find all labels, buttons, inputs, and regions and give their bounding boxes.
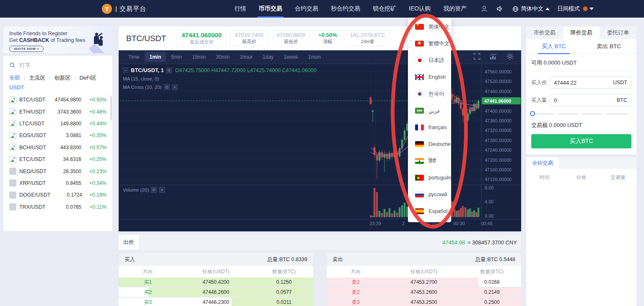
nav-item-行情[interactable]: 行情 — [228, 0, 252, 18]
orderbook-row[interactable]: 买147450.42000.1250 — [119, 277, 313, 287]
invite-banner[interactable]: Invite Friends to Register Get CASHBACK … — [3, 26, 112, 53]
flag-gb-icon — [415, 74, 424, 80]
language-option-pt[interactable]: português — [408, 169, 451, 186]
order-price: 47450.4200 — [177, 279, 255, 285]
trade-tab-限价交易[interactable]: 限价交易 — [563, 26, 600, 39]
language-option-in[interactable]: हिंदी — [408, 153, 451, 169]
buy-submit-button[interactable]: 买入BTC — [531, 134, 631, 148]
amount-slider[interactable] — [532, 113, 631, 115]
quote-tab[interactable]: 出价 — [119, 235, 139, 250]
market-tab-创新区[interactable]: 创新区 — [54, 74, 70, 82]
language-label: 简体中文 — [521, 5, 543, 13]
coin-change: +0.44% — [81, 121, 106, 127]
order-amount: 0.0577 — [255, 289, 313, 295]
top-navbar: Ŧ | 交易平台 行情币币交易合约交易秒合约交易锁仓挖矿IEO认购我的资产 简体… — [0, 0, 644, 18]
broken-image-icon — [9, 96, 16, 104]
trade-tab-委托订单[interactable]: 委托订单 — [600, 26, 636, 39]
buy-price-input[interactable] — [554, 80, 610, 86]
kline-chart-panel: Time1min5min15min30min1hour1day1week1mon… — [119, 50, 521, 231]
market-tab-DeFi区[interactable]: DeFi区 — [79, 74, 96, 82]
orderbook-row[interactable]: 买347446.23000.0211 — [119, 298, 313, 306]
buy-amount-row: 买入量 BTC — [531, 94, 631, 106]
orderbook-row[interactable]: 买247446.26000.0577 — [119, 288, 313, 297]
announcement-speaker-icon[interactable] — [496, 5, 504, 12]
language-option-kr[interactable]: 한국어 — [408, 86, 451, 102]
nav-item-我的资产[interactable]: 我的资产 — [437, 0, 473, 18]
language-option-jp[interactable]: 日本語 — [408, 52, 451, 69]
language-option-gb[interactable]: English — [408, 69, 451, 86]
tab-separator: | — [24, 75, 25, 81]
last-price: 47441.060000 — [182, 31, 222, 39]
nav-item-秒合约交易[interactable]: 秒合约交易 — [325, 0, 366, 18]
coin-row-EOS[interactable]: EOS/USDT3.0881+0.35% — [3, 130, 112, 141]
coin-row-BCH[interactable]: BCH/USDT443.8300+0.57% — [3, 142, 112, 153]
nav-item-合约交易[interactable]: 合约交易 — [288, 0, 325, 18]
coin-pair: DOGE/USDT — [19, 192, 50, 198]
svg-text:47441.06000: 47441.06000 — [484, 99, 511, 104]
language-option-label: हिंदी — [428, 158, 436, 164]
market-tab-全部[interactable]: 全部 — [9, 74, 20, 82]
ma-close-icon[interactable]: × — [172, 84, 178, 90]
language-option-hk[interactable]: 繁體中文 — [408, 35, 451, 52]
orderbook-row[interactable]: 卖247453.26000.2149 — [327, 288, 521, 297]
nav-item-币币交易[interactable]: 币币交易 — [252, 0, 288, 18]
tab-separator: | — [49, 75, 50, 81]
language-option-cn[interactable]: 简体中文 — [408, 18, 451, 35]
language-option-es[interactable]: Español — [408, 203, 451, 220]
quote-filter-usdt[interactable]: USDT — [3, 83, 112, 93]
language-option-ru[interactable]: русский — [408, 186, 451, 203]
coin-row-ETC[interactable]: ETC/USDT34.6316+0.25% — [3, 153, 112, 165]
coin-row-ETH[interactable]: ETH/USDT3743.3600+0.48% — [3, 106, 112, 117]
coin-row-BTC[interactable]: BTC/USDT47454.9800+0.50% — [3, 94, 112, 106]
order-amount: 0.1250 — [255, 279, 313, 285]
logo[interactable]: Ŧ | 交易平台 — [102, 4, 146, 14]
volume-gear-icon[interactable] — [151, 187, 157, 193]
coin-change: +0.25% — [81, 156, 106, 162]
invite-now-button[interactable]: INVITE NOW > — [9, 46, 44, 52]
stat-label: 最低价 — [277, 39, 306, 45]
theme-label: 日间模式 — [557, 5, 580, 13]
slider-knob[interactable] — [530, 111, 535, 116]
legend-collapse-icon[interactable]: − — [123, 67, 128, 73]
trade-tab-市价交易[interactable]: 市价交易 — [526, 26, 563, 39]
stat-value: +0.50% — [318, 32, 337, 38]
language-option-fr[interactable]: français — [408, 119, 451, 136]
orderbook-row[interactable]: 卖147453.27000.0268 — [327, 277, 521, 287]
site-trades-tab[interactable]: 全站交易 — [526, 157, 559, 169]
buy-amount-input[interactable] — [554, 97, 614, 104]
svg-text:47360.00000: 47360.00000 — [485, 118, 512, 123]
nav-item-IEO认购[interactable]: IEO认购 — [402, 0, 437, 18]
stat-最高价: 47519.7400最高价 — [230, 30, 268, 47]
banner-line2: Get CASHBACK of Trading fees — [9, 37, 85, 43]
search-row — [3, 57, 112, 73]
language-switch[interactable]: 简体中文 — [512, 5, 550, 13]
side-tab-卖出 BTC[interactable]: 卖出 BTC — [582, 39, 637, 54]
theme-switch[interactable]: 日间模式 — [557, 5, 594, 13]
ma-gear-icon[interactable] — [164, 84, 170, 90]
coin-row-LTC[interactable]: LTC/USDT149.8800+0.44% — [3, 118, 112, 130]
coin-row-TRX[interactable]: TRX/USDT0.0765+0.11% — [3, 201, 112, 213]
language-option-sa[interactable]: عربي — [408, 102, 451, 119]
user-icon[interactable] — [480, 5, 488, 13]
coin-row-NEO[interactable]: NEO/USDT26.3500+0.23% — [3, 165, 112, 177]
buy-amount-box: BTC — [550, 94, 631, 106]
orderbook-row[interactable]: 卖347453.25000.2500 — [327, 298, 521, 306]
search-input[interactable] — [19, 62, 95, 68]
stat-value: 47519.7400 — [235, 32, 264, 38]
legend-gear-icon[interactable] — [166, 67, 172, 73]
order-side: 卖3 — [327, 299, 385, 306]
coin-change: +0.50% — [81, 97, 106, 103]
side-tab-买入 BTC[interactable]: 买入 BTC — [526, 39, 582, 54]
svg-text:47280.00000: 47280.00000 — [485, 138, 512, 143]
coin-pair: TRX/USDT — [19, 204, 46, 210]
market-tab-主流区[interactable]: 主流区 — [29, 74, 45, 82]
coin-row-XRP[interactable]: XRP/USDT0.8455+0.34% — [3, 177, 112, 189]
trade-panel-tabs: 市价交易限价交易委托订单 — [526, 26, 636, 39]
language-option-de[interactable]: Deutsche — [408, 136, 451, 153]
scrollbar[interactable] — [110, 96, 112, 121]
volume-close-icon[interactable]: × — [159, 187, 165, 193]
nav-item-锁仓挖矿[interactable]: 锁仓挖矿 — [366, 0, 402, 18]
coin-row-DOGE[interactable]: DOGE/USDT0.1724+0.19% — [3, 189, 112, 201]
coin-change: +0.23% — [81, 169, 106, 174]
column-header: 方向 — [119, 268, 177, 275]
